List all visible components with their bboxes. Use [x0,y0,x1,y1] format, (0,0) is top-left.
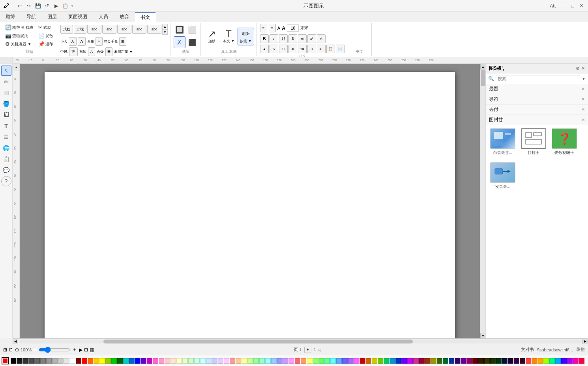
color-swatch[interactable] [372,358,377,364]
color-swatch[interactable] [129,358,135,364]
panel-item-1[interactable]: 白晋最甘... [489,128,517,156]
color-swatch[interactable] [141,358,146,364]
tool-text[interactable]: T [1,121,11,131]
color-swatch[interactable] [413,358,419,364]
color-swatch[interactable] [253,358,259,364]
shape-btn-3[interactable]: abc [87,25,101,34]
tool-eraser[interactable]: ⬜ [1,88,11,98]
color-swatch[interactable] [567,358,573,364]
panel-item-2[interactable]: 甘封图 [520,128,547,156]
status-circle-btn[interactable]: ⊙ [15,347,19,353]
color-swatch[interactable] [307,358,312,364]
font-indent-btn[interactable]: ≡ [269,24,276,32]
color-swatch[interactable] [348,358,354,364]
color-swatch[interactable] [64,358,69,364]
color-swatch[interactable] [224,358,229,364]
panel-close-btn[interactable]: ✕ [581,66,585,71]
highlight-btn[interactable]: ▲ [260,45,269,53]
color-swatch[interactable] [212,358,217,364]
color-swatch[interactable] [153,358,158,364]
h-scroll-thumb[interactable] [103,340,413,343]
color-swatch[interactable] [360,358,365,364]
subscript-btn[interactable]: x₂ [298,34,307,43]
tool-image[interactable]: 🖼 [1,110,11,120]
color-swatch[interactable] [496,358,502,364]
list-btn[interactable]: ≡ [288,45,297,53]
color-swatch[interactable] [194,358,200,364]
color-swatch[interactable] [431,358,436,364]
color-swatch[interactable] [336,358,342,364]
color-swatch[interactable] [200,358,206,364]
color-swatch[interactable] [555,358,561,364]
scroll-down[interactable]: ▼ [162,29,168,35]
color-swatch[interactable] [170,358,176,364]
color-swatch[interactable] [301,358,306,364]
color-swatch[interactable] [58,358,64,364]
color-swatch[interactable] [419,358,425,364]
shape-btn-6[interactable]: abc [132,25,146,34]
color-swatch[interactable] [147,358,152,364]
tool-clipboard[interactable]: 📋 [1,154,11,164]
shape-btn-5[interactable]: abc [117,25,131,34]
color-swatch[interactable] [28,358,34,364]
tool-select[interactable]: ↖ [1,66,11,76]
paste-btn[interactable]: 📋 [326,45,335,53]
font-name-btn[interactable]: 正 [69,47,78,56]
color-swatch[interactable] [526,358,531,364]
color-swatch[interactable] [188,358,194,364]
color-swatch[interactable] [182,358,188,364]
dici-btn1[interactable]: 🔲 [174,24,185,36]
tab-daohang[interactable]: 导航 [21,12,42,22]
color-swatch[interactable] [443,358,448,364]
color-swatch[interactable] [99,358,105,364]
color-swatch[interactable] [40,358,46,364]
color-swatch[interactable] [330,358,336,364]
color-swatch[interactable] [70,358,75,364]
zoom-in-btn[interactable]: ＋ [72,346,77,353]
color-swatch[interactable] [395,358,401,364]
color-swatch[interactable] [425,358,431,364]
ribbon-btn-shida[interactable]: ✂ 式耽 [37,24,54,31]
dici-btn3[interactable]: ✗ [174,36,185,48]
indent-in-btn[interactable]: ⇥ [307,45,316,53]
color-swatch[interactable] [514,358,519,364]
v-scroll-thumb[interactable] [481,70,485,86]
display-btn[interactable]: ⊞ [119,37,126,46]
color-swatch[interactable] [34,358,40,364]
qa-refresh[interactable]: ↺ [43,2,51,10]
color-swatch[interactable] [277,358,283,364]
panel-section-zuijin-close[interactable]: ✕ [581,86,585,92]
color-swatch[interactable] [135,358,140,364]
qa-save[interactable]: 💾 [34,2,42,10]
color-swatch[interactable] [17,358,22,364]
text-color-btn[interactable]: A [317,34,326,43]
color-swatch[interactable] [478,358,484,364]
color-swatch[interactable] [123,358,129,364]
text-align-btn[interactable]: ☰ [105,47,112,56]
color-swatch[interactable] [461,358,466,364]
panel-section-qufu[interactable]: 去付 ✕ [486,105,588,115]
minimize-button[interactable]: ─ [560,2,567,9]
color-swatch[interactable] [295,358,300,364]
close-button[interactable]: ✕ [578,2,585,9]
color-swatch[interactable] [11,358,16,364]
v-scroll-down-btn[interactable]: ▼ [480,333,486,338]
color-swatch[interactable] [472,358,478,364]
tab-renyuan[interactable]: 人员 [93,12,114,22]
panel-search-input[interactable] [496,75,580,82]
ribbon-btn-guanji[interactable]: ⚙ 关机流器 ▼ [4,40,35,48]
color-swatch[interactable] [573,358,579,364]
shape-btn-1[interactable]: 式耽 [60,25,73,34]
tool-pencil[interactable]: ✏ [1,77,11,87]
color-swatch[interactable] [401,358,407,364]
vruler-scroll-up[interactable]: ▲ [13,64,20,71]
shape-btn-7[interactable]: abc [147,25,161,34]
panel-section-tufenggan-close[interactable]: ✕ [581,117,585,122]
panel-search-dropdown[interactable]: ▼ [582,77,586,81]
color-swatch[interactable] [117,358,123,364]
tool-earth[interactable]: 🌐 [1,143,11,153]
ribbon-btn-gezhi[interactable]: 🔄 格替 ¾ 找查 [4,24,35,31]
color-swatch[interactable] [165,358,170,364]
color-swatch[interactable] [88,358,93,364]
indent-out-btn[interactable]: ⇤ [317,45,326,53]
